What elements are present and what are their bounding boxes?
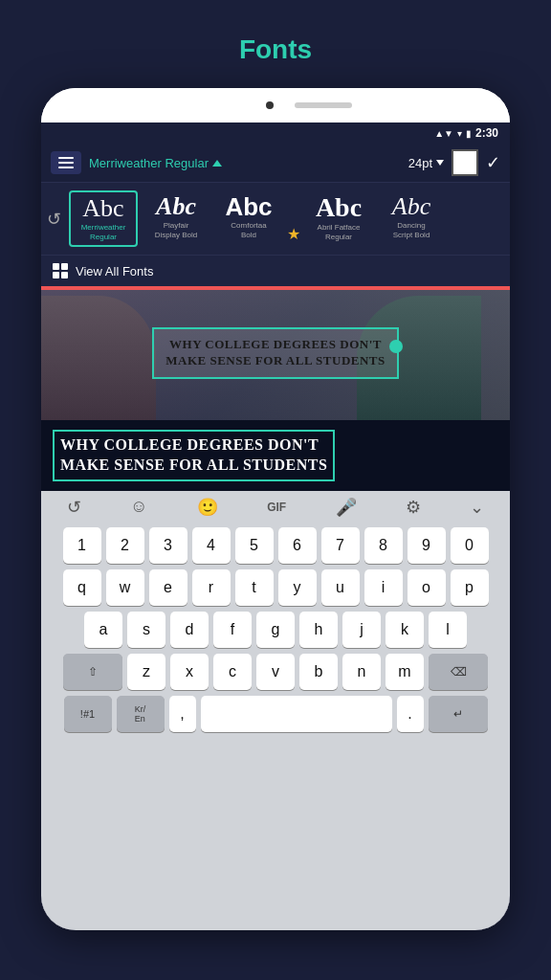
sticker-icon[interactable]: 🙂 [197, 497, 218, 518]
confirm-button[interactable]: ✓ [486, 152, 500, 173]
key-w[interactable]: w [106, 569, 144, 606]
grid-dot-2 [61, 263, 68, 270]
font-item-dancing[interactable]: Abc DancingScript Bold [377, 190, 446, 247]
font-selector[interactable]: Merriweather Regular [89, 156, 222, 170]
key-q[interactable]: q [63, 569, 101, 606]
key-y[interactable]: y [278, 569, 317, 606]
key-0[interactable]: 0 [451, 527, 489, 564]
lang-key[interactable]: Kr/En [117, 696, 165, 732]
key-h[interactable]: h [299, 612, 338, 648]
phone-camera [266, 101, 274, 109]
keyboard-row-asdf: a s d f g h j k l [45, 612, 506, 648]
key-2[interactable]: 2 [106, 527, 144, 564]
key-f[interactable]: f [213, 612, 252, 648]
key-t[interactable]: t [235, 569, 274, 606]
status-bar: ▲▼ ▾ ▮ 2:30 [41, 122, 510, 144]
font-item-abril[interactable]: Abc Abril FatfaceRegular [304, 190, 373, 247]
key-g[interactable]: g [256, 612, 295, 648]
grid-dot-3 [53, 272, 59, 278]
view-all-label: View All Fonts [76, 264, 153, 278]
font-item-comfortaa[interactable]: Abc ComfortaaBold [214, 190, 283, 247]
hamburger-line-2 [58, 162, 74, 164]
font-name-label: Merriweather Regular [89, 156, 209, 170]
keyboard: 1 2 3 4 5 6 7 8 9 0 q w e r t y u i [41, 523, 510, 930]
timer-icon: ↺ [47, 209, 61, 230]
chevron-down-icon[interactable]: ⌄ [470, 497, 484, 518]
signal-icon: ▲▼ [434, 128, 453, 139]
key-m[interactable]: m [386, 654, 424, 690]
image-area: WHY COLLEGE DEGREES DON'TMAKE SENSE FOR … [41, 286, 510, 420]
space-key[interactable] [201, 696, 392, 732]
key-7[interactable]: 7 [321, 527, 360, 564]
key-3[interactable]: 3 [149, 527, 187, 564]
key-8[interactable]: 8 [364, 527, 403, 564]
period-key[interactable]: . [397, 696, 424, 732]
key-5[interactable]: 5 [235, 527, 274, 564]
key-x[interactable]: x [170, 654, 209, 690]
key-b[interactable]: b [299, 654, 338, 690]
keyboard-toolbar: ↺ ☺ 🙂 GIF 🎤 ⚙ ⌄ [41, 491, 510, 523]
font-label-playfair: PlayfairDisplay Bold [155, 221, 197, 239]
font-item-playfair[interactable]: Abc PlayfairDisplay Bold [142, 190, 210, 247]
grid-dot-1 [53, 263, 59, 270]
key-v[interactable]: v [256, 654, 295, 690]
grid-icon [53, 263, 68, 278]
menu-button[interactable] [51, 151, 81, 174]
key-6[interactable]: 6 [278, 527, 317, 564]
font-abc-merriweather: Abc [82, 196, 123, 221]
undo-icon[interactable]: ↺ [67, 497, 81, 518]
key-e[interactable]: e [149, 569, 187, 606]
battery-icon: ▮ [466, 128, 472, 139]
comma-key[interactable]: , [169, 696, 196, 732]
star-icon: ★ [287, 225, 300, 243]
font-label-merriweather: MerriweatherRegular [81, 223, 126, 241]
keyboard-row-qwerty: q w e r t y u i o p [45, 569, 506, 606]
key-4[interactable]: 4 [192, 527, 231, 564]
keyboard-row-numbers: 1 2 3 4 5 6 7 8 9 0 [45, 527, 506, 564]
settings-icon[interactable]: ⚙ [406, 497, 421, 518]
shift-key[interactable]: ⇧ [63, 654, 122, 690]
font-item-merriweather[interactable]: Abc MerriweatherRegular [69, 190, 138, 247]
font-preview-row: ↺ Abc MerriweatherRegular Abc PlayfairDi… [41, 183, 510, 255]
key-9[interactable]: 9 [408, 527, 446, 564]
font-label-comfortaa: ComfortaaBold [231, 221, 266, 239]
hamburger-line-1 [58, 157, 74, 159]
emoji-icon[interactable]: ☺ [130, 497, 147, 517]
key-k[interactable]: k [386, 612, 424, 648]
key-l[interactable]: l [429, 612, 467, 648]
key-r[interactable]: r [192, 569, 231, 606]
key-s[interactable]: s [127, 612, 165, 648]
font-label-dancing: DancingScript Bold [393, 221, 430, 239]
font-abc-dancing: Abc [392, 194, 430, 219]
font-label-abril: Abril FatfaceRegular [318, 223, 361, 241]
color-swatch[interactable] [452, 149, 478, 176]
font-abc-abril: Abc [316, 194, 362, 221]
phone-frame: ▲▼ ▾ ▮ 2:30 Merriweather Regular 24pt [41, 88, 510, 930]
enter-key[interactable]: ↵ [429, 696, 488, 732]
symbols-key[interactable]: !#1 [64, 696, 112, 732]
view-all-fonts-button[interactable]: View All Fonts [41, 255, 510, 286]
key-p[interactable]: p [451, 569, 489, 606]
keyboard-row-bottom: !#1 Kr/En , . ↵ [45, 696, 506, 732]
backspace-key[interactable]: ⌫ [429, 654, 488, 690]
status-time: 2:30 [475, 126, 498, 140]
gif-icon[interactable]: GIF [267, 501, 286, 514]
key-u[interactable]: u [321, 569, 360, 606]
key-i[interactable]: i [364, 569, 403, 606]
key-a[interactable]: a [84, 612, 122, 648]
key-z[interactable]: z [127, 654, 165, 690]
resize-handle[interactable] [389, 340, 403, 353]
mic-icon[interactable]: 🎤 [336, 497, 357, 518]
key-n[interactable]: n [342, 654, 381, 690]
key-j[interactable]: j [342, 612, 381, 648]
key-o[interactable]: o [408, 569, 446, 606]
text-edit-area[interactable]: WHY COLLEGE DEGREES DON'TMAKE SENSE FOR … [41, 420, 510, 491]
key-d[interactable]: d [170, 612, 209, 648]
key-1[interactable]: 1 [63, 527, 101, 564]
page-title: Fonts [239, 34, 312, 65]
overlay-text: WHY COLLEGE DEGREES DON'TMAKE SENSE FOR … [165, 337, 386, 369]
key-c[interactable]: c [213, 654, 252, 690]
status-icons: ▲▼ ▾ ▮ 2:30 [434, 126, 498, 140]
font-size-label: 24pt [408, 156, 432, 170]
size-selector[interactable]: 24pt [408, 156, 444, 170]
